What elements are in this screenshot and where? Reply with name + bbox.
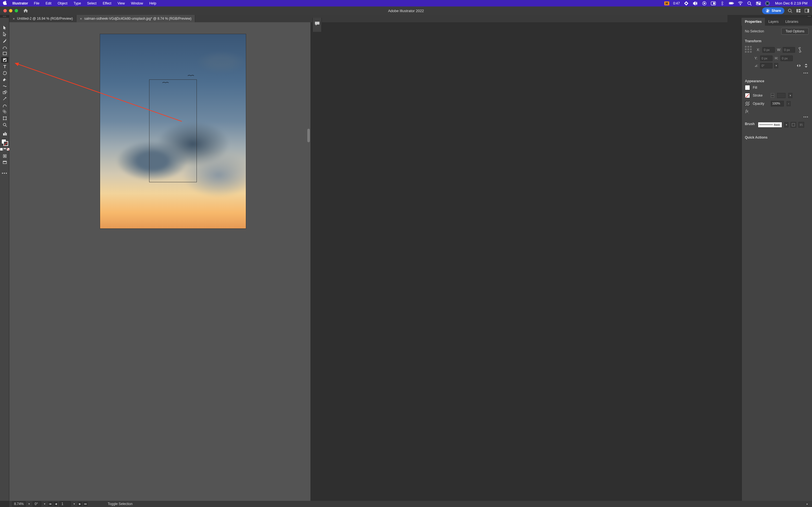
document-tab-label: Untitled-2 @ 16.94 % (RGB/Preview): [17, 17, 73, 20]
bird-icon: [188, 74, 194, 77]
menu-file[interactable]: File: [31, 1, 42, 5]
fill-stroke-control[interactable]: [1, 139, 8, 146]
eyedropper-tool[interactable]: [1, 96, 8, 102]
macos-menubar: Illustrator File Edit Object Type Select…: [0, 0, 406, 6]
direct-selection-tool[interactable]: [1, 31, 8, 37]
vertical-scrollbar[interactable]: [307, 24, 310, 253]
symbol-sprayer-tool[interactable]: [1, 109, 8, 115]
menu-type[interactable]: Type: [70, 1, 84, 5]
menu-select[interactable]: Select: [84, 1, 100, 5]
rotate-tool[interactable]: [1, 70, 8, 76]
dock-handle-left[interactable]: [0, 15, 9, 18]
svg-rect-29: [4, 111, 6, 113]
comment-icon: [314, 21, 320, 26]
svg-point-22: [3, 48, 3, 49]
menu-window[interactable]: Window: [128, 1, 146, 5]
scrollbar-thumb[interactable]: [307, 129, 310, 142]
menu-effect[interactable]: Effect: [100, 1, 114, 5]
minimize-window-button[interactable]: [9, 9, 12, 12]
crop-image-tool[interactable]: [1, 57, 8, 63]
document-tab-bar: × Untitled-2 @ 16.94 % (RGB/Preview) × s…: [9, 15, 406, 22]
artboard-image[interactable]: [100, 34, 246, 228]
type-tool[interactable]: [1, 63, 8, 69]
zoom-tool[interactable]: [1, 122, 8, 128]
svg-rect-28: [3, 110, 5, 112]
color-mode-solid[interactable]: [0, 148, 3, 151]
svg-point-36: [4, 155, 5, 157]
scale-tool[interactable]: [1, 76, 8, 82]
menu-help[interactable]: Help: [146, 1, 159, 5]
blend-tool[interactable]: [1, 102, 8, 108]
width-tool[interactable]: [1, 83, 8, 89]
svg-rect-34: [6, 133, 7, 135]
tools-panel: •••: [0, 18, 9, 253]
svg-rect-30: [3, 117, 6, 120]
zoom-window-button[interactable]: [15, 9, 18, 12]
svg-rect-38: [3, 161, 6, 162]
apple-menu[interactable]: [0, 1, 10, 6]
home-icon[interactable]: [23, 8, 28, 13]
app-title: Adobe Illustrator 2022: [0, 9, 406, 13]
crop-marquee[interactable]: [149, 79, 197, 182]
svg-point-27: [4, 91, 7, 93]
menu-object[interactable]: Object: [54, 1, 70, 5]
svg-rect-24: [3, 52, 6, 55]
shape-builder-tool[interactable]: [1, 89, 8, 95]
pen-tool[interactable]: [1, 38, 8, 43]
comments-panel-collapsed[interactable]: [312, 18, 322, 32]
svg-rect-33: [5, 132, 6, 135]
rectangle-tool[interactable]: [1, 50, 8, 56]
color-mode-gradient[interactable]: [3, 148, 6, 151]
hand-tool[interactable]: [1, 131, 8, 136]
menu-view[interactable]: View: [114, 1, 128, 5]
svg-point-21: [5, 39, 6, 40]
document-canvas[interactable]: [9, 22, 310, 253]
close-window-button[interactable]: [3, 9, 7, 12]
color-mode-row: [0, 148, 10, 151]
artboard-tool[interactable]: [1, 115, 8, 121]
menu-edit[interactable]: Edit: [43, 1, 55, 5]
stroke-swatch[interactable]: [3, 141, 8, 146]
app-menus: File Edit Object Type Select Effect View…: [31, 1, 159, 5]
color-mode-none[interactable]: [7, 148, 10, 151]
document-tab-1[interactable]: × salman-sidheek-VGdjDc4Gk80-unsplash.jp…: [77, 15, 195, 22]
close-tab-icon[interactable]: ×: [80, 17, 82, 21]
svg-point-23: [6, 48, 7, 49]
edit-toolbar-button[interactable]: •••: [2, 171, 8, 175]
document-tab-label: salman-sidheek-VGdjDc4Gk80-unsplash.jpg*…: [84, 17, 192, 20]
window-controls: [0, 9, 18, 12]
draw-mode-tool[interactable]: [1, 153, 8, 159]
svg-rect-32: [3, 133, 4, 135]
document-tab-0[interactable]: × Untitled-2 @ 16.94 % (RGB/Preview): [9, 15, 77, 22]
toolbar-separator: [2, 129, 8, 129]
close-tab-icon[interactable]: ×: [13, 17, 15, 21]
app-titlebar: Adobe Illustrator 2022 Share: [0, 6, 406, 15]
svg-point-31: [3, 123, 6, 126]
selection-tool[interactable]: [1, 24, 8, 31]
curvature-tool[interactable]: [1, 44, 8, 50]
screen-mode-tool[interactable]: [1, 159, 8, 165]
app-name[interactable]: Illustrator: [10, 1, 31, 5]
